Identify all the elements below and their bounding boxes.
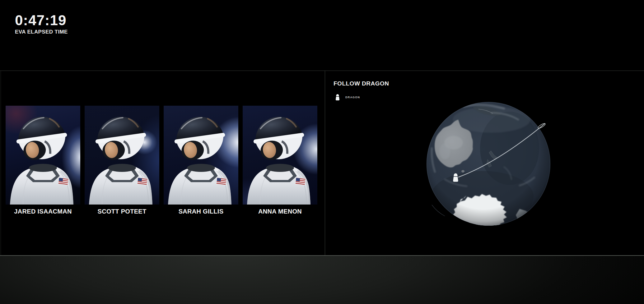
crew-card: SCOTT POTEET bbox=[85, 106, 159, 215]
crew-row: JARED ISAACMAN SCOTT POTEET SARAH GILLIS… bbox=[6, 106, 317, 215]
earth-globe-illustration bbox=[426, 102, 551, 226]
map-title: FOLLOW DRAGON bbox=[334, 80, 389, 87]
legend-item-dragon: DRAGON bbox=[335, 94, 360, 101]
astronaut-illustration bbox=[164, 106, 238, 205]
crew-card: ANNA MENON bbox=[243, 106, 317, 215]
dragon-capsule-icon bbox=[335, 94, 340, 101]
astronaut-portrait bbox=[243, 106, 317, 205]
earth-globe bbox=[426, 102, 551, 226]
eva-timer-value: 0:47:19 bbox=[15, 13, 68, 27]
crew-card: SARAH GILLIS bbox=[164, 106, 238, 215]
astronaut-portrait bbox=[164, 106, 238, 205]
astronaut-name: SCOTT POTEET bbox=[85, 208, 159, 215]
panel-vertical-divider bbox=[325, 71, 325, 255]
broadcast-overlay: 0:47:19 EVA ELAPSED TIME JARED ISAACMAN … bbox=[0, 0, 644, 304]
astronaut-illustration bbox=[6, 106, 80, 205]
legend-label: DRAGON bbox=[345, 96, 360, 99]
map-panel: FOLLOW DRAGON DRAGON bbox=[325, 71, 644, 255]
astronaut-portrait bbox=[85, 106, 159, 205]
astronaut-portrait bbox=[6, 106, 80, 205]
astronaut-name: SARAH GILLIS bbox=[164, 208, 238, 215]
crew-card: JARED ISAACMAN bbox=[6, 106, 80, 215]
bottom-strip bbox=[0, 256, 644, 304]
eva-timer-label: EVA ELAPSED TIME bbox=[15, 29, 68, 35]
eva-timer: 0:47:19 EVA ELAPSED TIME bbox=[15, 13, 68, 35]
panel-left-edge bbox=[1, 71, 1, 255]
astronaut-name: ANNA MENON bbox=[243, 208, 317, 215]
crew-panel: JARED ISAACMAN SCOTT POTEET SARAH GILLIS… bbox=[0, 71, 325, 255]
astronaut-name: JARED ISAACMAN bbox=[6, 208, 80, 215]
astronaut-illustration bbox=[85, 106, 159, 205]
astronaut-illustration bbox=[243, 106, 317, 205]
